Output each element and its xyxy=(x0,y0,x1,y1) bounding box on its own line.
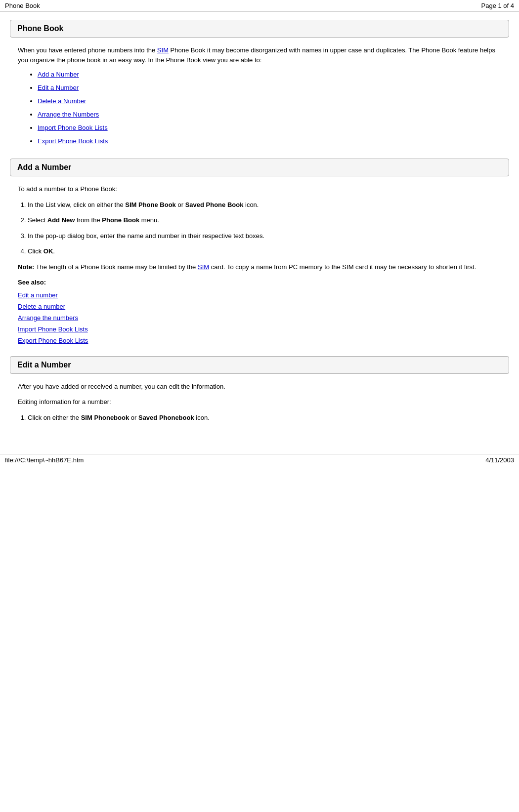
phonebook-section-header: Phone Book xyxy=(10,20,509,37)
add-number-section-header: Add a Number xyxy=(10,159,509,176)
step-3: In the pop-up dialog box, enter the name… xyxy=(28,231,501,241)
link-add-number[interactable]: Add a Number xyxy=(38,71,79,78)
content-area: Phone Book When you have entered phone n… xyxy=(0,12,519,444)
sim-phone-book-bold: SIM Phone Book xyxy=(125,201,176,208)
see-also-edit-number[interactable]: Edit a number xyxy=(18,291,501,299)
sim-link-note[interactable]: SIM xyxy=(198,263,209,271)
add-number-steps: In the List view, click on either the SI… xyxy=(28,200,501,256)
header-page-info: Page 1 of 4 xyxy=(481,2,515,9)
step-2: Select Add New from the Phone Book menu. xyxy=(28,215,501,225)
edit-number-section-box: Edit a Number xyxy=(10,356,509,374)
list-item: Delete a Number xyxy=(38,97,501,105)
edit-number-content: After you have added or received a numbe… xyxy=(10,382,509,437)
see-also-label: See also: xyxy=(18,278,501,287)
header-title: Phone Book xyxy=(5,2,40,9)
list-item: Export Phone Book Lists xyxy=(38,137,501,145)
ok-bold: OK xyxy=(43,247,53,255)
link-delete-number[interactable]: Delete a Number xyxy=(38,97,86,105)
list-item: Arrange the Numbers xyxy=(38,111,501,118)
phonebook-intro-text: When you have entered phone numbers into… xyxy=(18,45,501,65)
phonebook-section-box: Phone Book xyxy=(10,20,509,38)
sim-link-intro[interactable]: SIM xyxy=(157,46,169,54)
page-footer: file:///C:\temp\~hhB67E.htm 4/11/2003 xyxy=(0,454,519,466)
see-also-export[interactable]: Export Phone Book Lists xyxy=(18,337,501,344)
step-1: In the List view, click on either the SI… xyxy=(28,200,501,210)
link-arrange-numbers[interactable]: Arrange the Numbers xyxy=(38,111,99,118)
link-export[interactable]: Export Phone Book Lists xyxy=(38,137,108,145)
note-text: Note: The length of a Phone Book name ma… xyxy=(18,262,501,272)
link-edit-number[interactable]: Edit a Number xyxy=(38,84,79,91)
edit-number-intro: After you have added or received a numbe… xyxy=(18,382,501,392)
add-new-bold: Add New xyxy=(47,216,75,224)
footer-file-path: file:///C:\temp\~hhB67E.htm xyxy=(5,456,84,464)
see-also-import[interactable]: Import Phone Book Lists xyxy=(18,325,501,333)
note-label: Note: xyxy=(18,263,34,271)
phone-book-menu-bold: Phone Book xyxy=(102,216,139,224)
edit-number-section-header: Edit a Number xyxy=(10,357,509,373)
list-item: Import Phone Book Lists xyxy=(38,124,501,131)
phonebook-links-list: Add a Number Edit a Number Delete a Numb… xyxy=(38,71,501,145)
add-number-intro: To add a number to a Phone Book: xyxy=(18,184,501,194)
see-also-links-block: Edit a number Delete a number Arrange th… xyxy=(18,291,501,344)
sim-phonebook-bold: SIM Phonebook xyxy=(81,414,130,421)
saved-phone-book-bold: Saved Phone Book xyxy=(185,201,244,208)
edit-number-steps: Click on either the SIM Phonebook or Sav… xyxy=(28,413,501,423)
phonebook-intro-block: When you have entered phone numbers into… xyxy=(10,45,509,159)
list-item: Edit a Number xyxy=(38,84,501,91)
see-also-arrange-numbers[interactable]: Arrange the numbers xyxy=(18,314,501,322)
edit-number-editing-intro: Editing information for a number: xyxy=(18,397,501,407)
add-number-content: To add a number to a Phone Book: In the … xyxy=(10,184,509,356)
add-number-section-box: Add a Number xyxy=(10,159,509,176)
link-import[interactable]: Import Phone Book Lists xyxy=(38,124,108,131)
saved-phonebook-bold: Saved Phonebook xyxy=(138,414,194,421)
edit-step-1: Click on either the SIM Phonebook or Sav… xyxy=(28,413,501,423)
see-also-delete-number[interactable]: Delete a number xyxy=(18,303,501,310)
step-4: Click OK. xyxy=(28,246,501,256)
list-item: Add a Number xyxy=(38,71,501,78)
page-header: Phone Book Page 1 of 4 xyxy=(0,0,519,12)
footer-date: 4/11/2003 xyxy=(485,456,514,464)
